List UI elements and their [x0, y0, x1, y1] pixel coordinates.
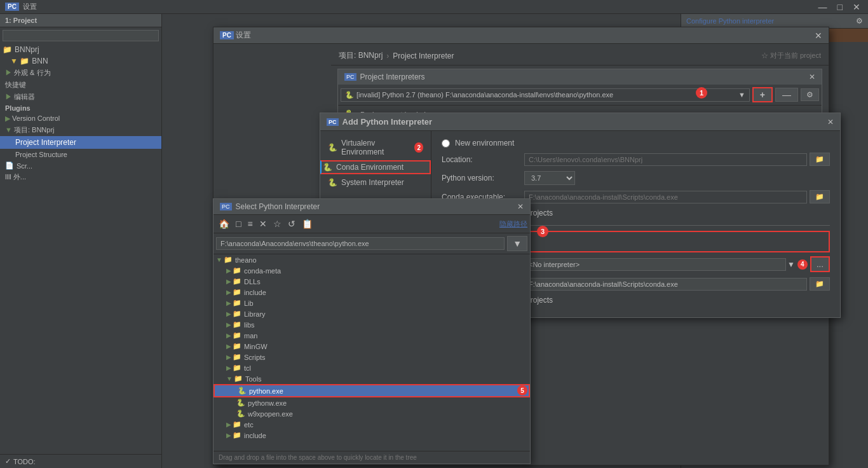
list-item[interactable]: ▶ 📁 include	[214, 430, 530, 441]
sidebar-tree: 📁 BNNprj ▼ 📁 BNN ▶ 外观 & 行为 快捷键 ▶ 编辑器 Plu…	[0, 44, 161, 454]
list-item[interactable]: ▼ 📁 Tools	[214, 373, 530, 384]
location-input[interactable]	[524, 153, 807, 166]
sidebar-item-bnn[interactable]: ▼ 📁 BNN	[0, 55, 161, 67]
location-row: Location: 📁	[442, 153, 830, 166]
settings-close-button[interactable]: ✕	[815, 31, 822, 41]
menu-button[interactable]: ≡	[245, 217, 255, 230]
nav-virtualenv[interactable]: 🐍 Virtualenv Environment 2	[320, 135, 431, 160]
close-button[interactable]: ✕	[850, 2, 863, 12]
location-browse-button[interactable]: 📁	[810, 153, 830, 166]
arrow-icon: ▶	[5, 93, 12, 100]
arrow-icon: ▼	[226, 375, 233, 382]
python-icon: 🐍	[345, 91, 354, 99]
arrow-icon: ▶	[226, 421, 231, 428]
nav-item-plugins[interactable]: Plugins	[0, 103, 161, 113]
folder-icon: 📁	[233, 299, 241, 307]
python-version-label: Python version:	[442, 174, 524, 182]
delete-button[interactable]: ✕	[257, 217, 269, 230]
badge-5: 5	[517, 385, 527, 396]
folder-icon: 📁	[233, 431, 241, 439]
nav-item-project-structure[interactable]: Project Structure	[0, 149, 161, 160]
bookmark-button[interactable]: ☆	[271, 217, 284, 230]
python-file-icon: 🐍	[238, 387, 247, 395]
conda-exec-new-input[interactable]	[524, 191, 807, 203]
nav-item-appearances[interactable]: ▶ 外观 & 行为	[0, 67, 161, 79]
arrow-icon: ▼	[5, 126, 12, 134]
sidebar-item-bnnprj[interactable]: 📁 BNNprj	[0, 44, 161, 55]
list-item[interactable]: ▶ 📁 Scripts	[214, 352, 530, 362]
nav-item-project[interactable]: ▼ 项目: BNNprj	[0, 124, 161, 136]
list-item[interactable]: ▶ 📁 conda-meta	[214, 265, 530, 276]
list-item[interactable]: ▶ 📁 include	[214, 287, 530, 298]
list-item[interactable]: ▶ 📁 MinGW	[214, 341, 530, 352]
list-item[interactable]: 🐍 w9xpopen.exe	[214, 408, 530, 419]
select-interp-close-button[interactable]: ✕	[517, 202, 524, 211]
add-interpreter-button[interactable]: +	[752, 87, 773, 102]
python-exe-label: python.exe	[249, 387, 283, 395]
maximize-button[interactable]: □	[835, 2, 845, 12]
arrow-icon: ▶	[226, 354, 231, 361]
python-exe-item[interactable]: 🐍 python.exe	[214, 384, 530, 397]
conda-exec-browse-button[interactable]: 📁	[810, 190, 830, 203]
conda-label: Conda Environment	[336, 163, 403, 172]
interpreter-browse-button[interactable]: ...	[810, 256, 830, 272]
folder-icon: 📁	[233, 277, 241, 286]
list-item[interactable]: 🐍 pythonw.exe	[214, 397, 530, 408]
pi-panel-close[interactable]: ✕	[809, 72, 815, 81]
folder-icon: 📁	[3, 45, 12, 54]
settings-icon: PC	[220, 31, 234, 39]
configure-python-label: Configure Python interpreter	[686, 17, 774, 25]
folder-label: theano	[235, 256, 257, 264]
new-folder-button[interactable]: □	[233, 217, 243, 230]
system-label: System Interpreter	[341, 178, 404, 187]
arrow-icon: ▶	[5, 114, 10, 122]
nav-item-shortcuts[interactable]: 快捷键	[0, 79, 161, 91]
refresh-button[interactable]: ↺	[285, 217, 298, 230]
nav-item-project-interpreter[interactable]: Project Interpreter	[0, 136, 161, 149]
select-interp-header: PC Select Python Interpreter ✕	[214, 199, 530, 215]
arrow-icon: ▶	[226, 289, 231, 296]
search-input[interactable]	[3, 30, 159, 41]
hide-path-button[interactable]: 隐藏路径	[499, 219, 527, 229]
list-item[interactable]: ▼ 📁 theano	[214, 254, 530, 265]
folder-label: man	[244, 332, 257, 340]
list-item[interactable]: ▶ 📁 man	[214, 330, 530, 341]
copy-button[interactable]: 📋	[299, 217, 315, 230]
list-item[interactable]: ▶ 📁 libs	[214, 319, 530, 330]
arrow-icon: ▶	[5, 69, 12, 76]
nav-item-external[interactable]: llll 外...	[0, 171, 161, 183]
settings-interpreter-button[interactable]: ⚙	[801, 88, 819, 101]
nav-item-editor[interactable]: ▶ 编辑器	[0, 91, 161, 103]
pi-title-text: Project Interpreters	[360, 72, 425, 81]
conda-exec-existing-browse[interactable]: 📁	[810, 277, 830, 291]
python-version-select[interactable]: 3.7 3.6 2.7	[524, 171, 575, 185]
add-interp-close-button[interactable]: ✕	[827, 118, 834, 127]
interpreter-input[interactable]	[524, 258, 786, 271]
new-env-label: New environment	[455, 139, 514, 148]
list-item[interactable]: ▶ 📁 tcl	[214, 362, 530, 373]
badge-2: 2	[414, 142, 423, 153]
file-icon: 📄	[5, 162, 14, 170]
minimize-button[interactable]: —	[816, 2, 830, 12]
nav-item-scratches[interactable]: 📄 Scr...	[0, 160, 161, 171]
remove-interpreter-button[interactable]: —	[775, 88, 798, 102]
folder-icon: 📁	[233, 331, 241, 340]
list-item[interactable]: ▶ 📁 etc	[214, 419, 530, 430]
list-item[interactable]: ▶ 📁 Lib	[214, 298, 530, 308]
list-item[interactable]: ▶ 📁 DLLs	[214, 276, 530, 287]
conda-exec-existing-input[interactable]	[524, 278, 807, 291]
nav-conda[interactable]: 🐍 Conda Environment	[320, 160, 431, 174]
settings-dialog-title: PC 设置	[220, 30, 251, 41]
folder-label: include	[244, 289, 266, 296]
nav-system[interactable]: 🐍 System Interpreter	[320, 174, 431, 191]
list-item[interactable]: ▶ 📁 Library	[214, 308, 530, 319]
add-interp-title-text: PC Add Python Interpreter	[327, 117, 432, 127]
nav-item-vcs[interactable]: ▶ Version Control	[0, 113, 161, 124]
home-button[interactable]: 🏠	[216, 217, 232, 230]
path-browse-button[interactable]: ▼	[507, 236, 527, 251]
interpreter-dropdown[interactable]: 🐍 [invalid] Python 2.7 (theano) F:\anaco…	[341, 88, 750, 102]
system-icon: 🐍	[328, 178, 337, 187]
gear-icon[interactable]: ⚙	[856, 17, 863, 25]
path-input[interactable]	[216, 237, 505, 250]
new-env-radio[interactable]	[442, 139, 450, 148]
